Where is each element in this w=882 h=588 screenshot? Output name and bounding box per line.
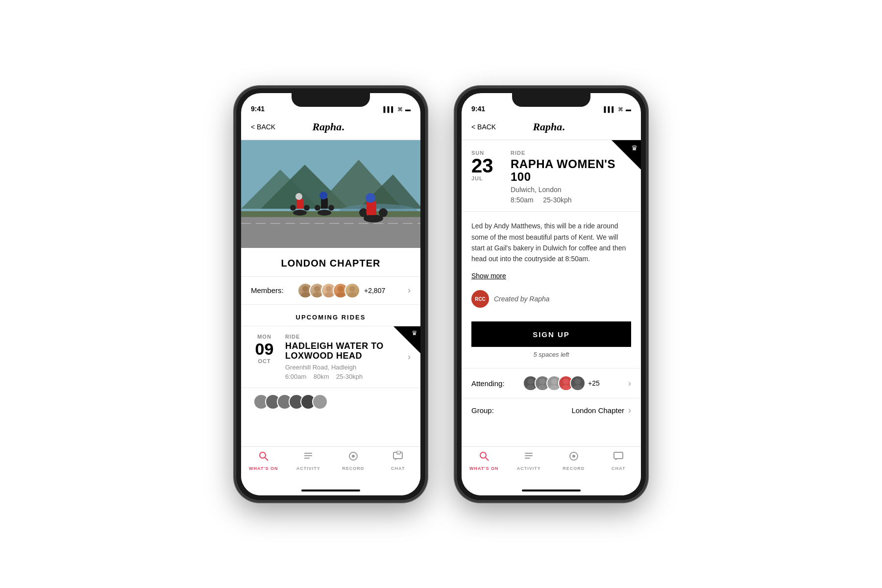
svg-rect-60 <box>525 455 533 456</box>
created-by-row: RCC Created by Rapha <box>462 290 641 317</box>
svg-point-28 <box>314 286 320 292</box>
ride-location: Greenhill Road, Hadleigh <box>285 364 411 371</box>
svg-point-15 <box>315 205 320 211</box>
signup-button[interactable]: SIGN UP <box>471 321 631 347</box>
svg-rect-40 <box>304 458 310 459</box>
crown-icon-1: ♛ <box>412 329 417 337</box>
svg-point-29 <box>313 292 321 297</box>
event-location: Dulwich, London <box>511 186 631 194</box>
group-row[interactable]: Group: London Chapter › <box>462 398 641 422</box>
chapter-title: LONDON CHAPTER <box>241 248 420 276</box>
members-arrow: › <box>408 285 411 295</box>
record-label-2: RECORD <box>563 466 585 471</box>
svg-line-37 <box>265 458 268 461</box>
logo-2: Rapha. <box>533 121 564 133</box>
nav-record-2[interactable]: RECORD <box>551 451 596 471</box>
svg-line-58 <box>486 458 489 461</box>
ride-attendees <box>253 394 328 410</box>
search-icon-1 <box>258 451 269 464</box>
ride-month: OCT <box>251 358 278 364</box>
svg-point-36 <box>260 452 266 458</box>
svg-point-14 <box>318 210 331 216</box>
ride-card-avatars <box>241 388 420 416</box>
chat-icon-1: 1 <box>392 451 403 464</box>
svg-point-18 <box>319 192 327 199</box>
whats-on-label-2: WHAT'S ON <box>469 466 498 471</box>
logo-1: Rapha. <box>312 121 344 133</box>
notch-2 <box>512 93 590 107</box>
home-indicator-2 <box>462 486 641 495</box>
phone-2: 9:41 ▌▌▌ ⌘ ▬ < BACK Rapha. <box>456 87 647 501</box>
attendee-6 <box>312 394 328 410</box>
svg-rect-38 <box>304 453 312 454</box>
crown-badge-2: ♛ <box>612 140 641 170</box>
record-icon-2 <box>568 451 579 464</box>
svg-point-16 <box>328 205 334 211</box>
svg-rect-6 <box>241 216 420 248</box>
svg-point-57 <box>480 452 486 458</box>
ride-details: 6:00am 80km 25-30kph <box>285 373 411 380</box>
svg-point-9 <box>293 210 307 216</box>
nav-whats-on-1[interactable]: WHAT'S ON <box>241 451 286 471</box>
home-bar-1 <box>301 490 360 491</box>
bottom-nav-1: WHAT'S ON ACTIVITY RECORD 1 <box>241 446 420 486</box>
svg-point-31 <box>324 292 333 297</box>
svg-point-54 <box>562 385 570 391</box>
svg-point-35 <box>348 292 357 297</box>
back-button-1[interactable]: < BACK <box>251 123 275 131</box>
record-icon-1 <box>348 451 359 464</box>
svg-point-56 <box>573 385 582 391</box>
nav-activity-2[interactable]: activity <box>507 451 552 471</box>
svg-point-26 <box>302 286 308 292</box>
activity-label-1: ACTIVITY <box>296 466 320 471</box>
record-label-1: RECORD <box>342 466 364 471</box>
nav-chat-1[interactable]: 1 CHAT <box>376 451 421 471</box>
svg-point-50 <box>538 385 547 391</box>
spaces-left: 5 spaces left <box>471 347 631 366</box>
attending-arrow: › <box>628 378 631 389</box>
svg-point-49 <box>539 379 545 385</box>
event-header: SUN 23 JUL RIDE RAPHA WOMEN'S 100 Dulwic… <box>462 140 641 212</box>
svg-rect-61 <box>525 458 530 459</box>
event-time: 8:50am <box>511 196 534 204</box>
svg-point-52 <box>550 385 559 391</box>
phones-container: 9:41 ▌▌▌ ⌘ ▬ < BACK Rapha. <box>235 87 647 501</box>
activity-icon-1 <box>303 451 314 464</box>
activity-icon-2 <box>523 451 534 464</box>
members-row[interactable]: Members: <box>241 276 420 305</box>
status-icons-2: ▌▌▌ ⌘ ▬ <box>604 106 631 113</box>
event-day-num: 23 <box>471 156 501 175</box>
nav-bar-2: < BACK Rapha. <box>462 115 641 140</box>
chat-label-1: CHAT <box>391 466 405 471</box>
svg-point-51 <box>551 379 557 385</box>
status-time-2: 9:41 <box>471 105 485 113</box>
nav-whats-on-2[interactable]: WHAT'S ON <box>462 451 507 471</box>
members-label: Members: <box>251 286 295 294</box>
back-button-2[interactable]: < BACK <box>471 123 496 131</box>
group-arrow: › <box>628 405 631 416</box>
nav-record-1[interactable]: RECORD <box>331 451 376 471</box>
svg-point-30 <box>326 286 332 292</box>
event-description-text: Led by Andy Matthews, this will be a rid… <box>471 222 626 263</box>
wifi-icon-1: ⌘ <box>397 106 403 113</box>
svg-point-53 <box>563 379 569 385</box>
svg-rect-59 <box>525 453 533 454</box>
nav-chat-2[interactable]: CHAT <box>596 451 641 471</box>
svg-point-10 <box>290 205 296 211</box>
bottom-nav-2: WHAT'S ON activity RECORD <box>462 446 641 486</box>
status-time-1: 9:41 <box>251 105 265 113</box>
svg-rect-64 <box>614 452 623 459</box>
svg-point-32 <box>338 286 343 292</box>
members-count: +2,807 <box>364 287 385 294</box>
svg-rect-12 <box>296 199 303 209</box>
svg-point-33 <box>336 292 345 297</box>
ride-card-1[interactable]: MON 09 OCT RIDE HADLEIGH WATER TO LOXWOO… <box>241 326 420 388</box>
nav-activity-1[interactable]: ACTIVITY <box>286 451 331 471</box>
svg-point-55 <box>575 379 581 385</box>
status-icons-1: ▌▌▌ ⌘ ▬ <box>384 106 411 113</box>
member-avatars <box>297 283 360 298</box>
ride-day-name: MON <box>251 334 278 340</box>
svg-point-21 <box>379 208 388 217</box>
show-more-link[interactable]: Show more <box>471 270 631 281</box>
attending-row[interactable]: Attending: <box>462 368 641 398</box>
